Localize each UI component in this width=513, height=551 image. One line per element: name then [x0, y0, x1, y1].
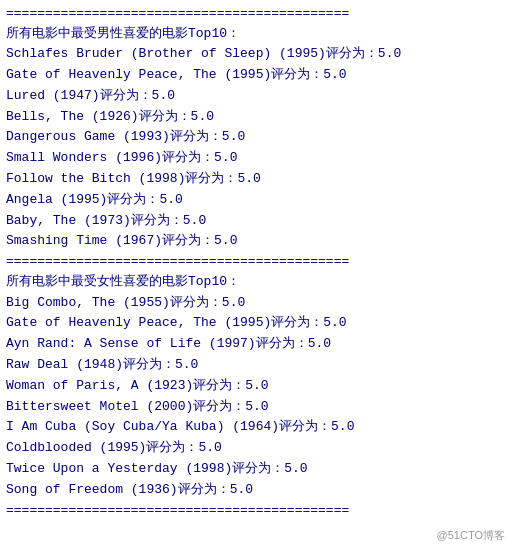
list-item: I Am Cuba (Soy Cuba/Ya Kuba) (1964)评分为：5…: [6, 417, 507, 438]
section2-title: 所有电影中最受女性喜爱的电影Top10：: [6, 272, 507, 293]
main-container: ========================================…: [0, 0, 513, 524]
list-item: Schlafes Bruder (Brother of Sleep) (1995…: [6, 44, 507, 65]
list-item: Baby, The (1973)评分为：5.0: [6, 211, 507, 232]
list-item: Coldblooded (1995)评分为：5.0: [6, 438, 507, 459]
section1-movies: Schlafes Bruder (Brother of Sleep) (1995…: [6, 44, 507, 252]
list-item: Gate of Heavenly Peace, The (1995)评分为：5.…: [6, 313, 507, 334]
list-item: Woman of Paris, A (1923)评分为：5.0: [6, 376, 507, 397]
list-item: Bells, The (1926)评分为：5.0: [6, 107, 507, 128]
divider-top: ========================================…: [6, 4, 507, 24]
watermark: @51CTO博客: [437, 528, 505, 543]
list-item: Twice Upon a Yesterday (1998)评分为：5.0: [6, 459, 507, 480]
list-item: Lured (1947)评分为：5.0: [6, 86, 507, 107]
section2-movies: Big Combo, The (1955)评分为：5.0 Gate of Hea…: [6, 293, 507, 501]
list-item: Smashing Time (1967)评分为：5.0: [6, 231, 507, 252]
list-item: Big Combo, The (1955)评分为：5.0: [6, 293, 507, 314]
section1-title: 所有电影中最受男性喜爱的电影Top10：: [6, 24, 507, 45]
list-item: Song of Freedom (1936)评分为：5.0: [6, 480, 507, 501]
list-item: Ayn Rand: A Sense of Life (1997)评分为：5.0: [6, 334, 507, 355]
list-item: Raw Deal (1948)评分为：5.0: [6, 355, 507, 376]
list-item: Angela (1995)评分为：5.0: [6, 190, 507, 211]
list-item: Bittersweet Motel (2000)评分为：5.0: [6, 397, 507, 418]
list-item: Follow the Bitch (1998)评分为：5.0: [6, 169, 507, 190]
list-item: Small Wonders (1996)评分为：5.0: [6, 148, 507, 169]
divider-middle: ========================================…: [6, 252, 507, 272]
list-item: Gate of Heavenly Peace, The (1995)评分为：5.…: [6, 65, 507, 86]
list-item: Dangerous Game (1993)评分为：5.0: [6, 127, 507, 148]
divider-bottom: ========================================…: [6, 501, 507, 521]
